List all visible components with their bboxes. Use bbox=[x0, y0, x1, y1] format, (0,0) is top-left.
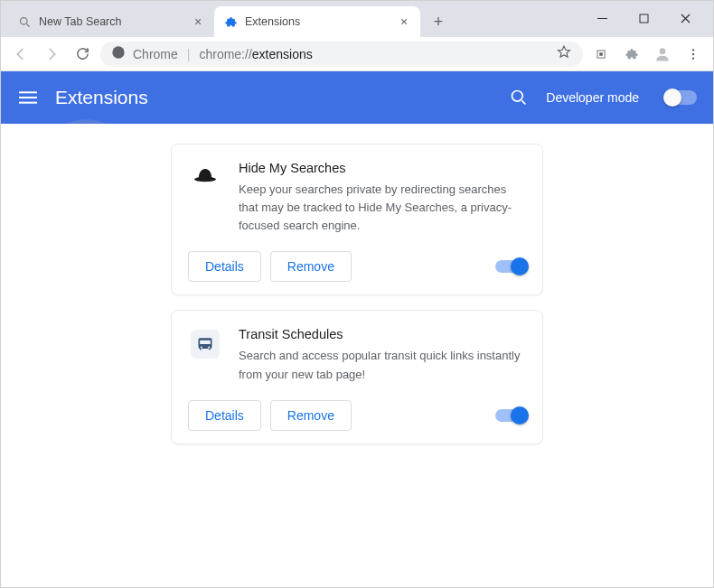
profile-avatar-icon[interactable] bbox=[650, 42, 675, 67]
svg-point-8 bbox=[112, 46, 124, 58]
details-button[interactable]: Details bbox=[188, 400, 261, 431]
extension-indicator-icon[interactable] bbox=[588, 42, 614, 67]
extension-name: Transit Schedules bbox=[239, 327, 526, 341]
details-button[interactable]: Details bbox=[188, 251, 261, 282]
svg-rect-5 bbox=[640, 14, 648, 23]
page-title: Extensions bbox=[55, 87, 492, 108]
tab-extensions[interactable]: Extensions × bbox=[214, 6, 420, 37]
svg-point-18 bbox=[512, 91, 523, 102]
address-separator: | bbox=[185, 47, 193, 61]
site-info-icon[interactable] bbox=[111, 45, 126, 62]
close-button[interactable] bbox=[664, 5, 706, 32]
address-host: Chrome bbox=[133, 47, 178, 61]
remove-button[interactable]: Remove bbox=[270, 251, 352, 282]
extension-puzzle-icon[interactable] bbox=[619, 42, 644, 67]
svg-rect-15 bbox=[19, 91, 37, 93]
window-controls bbox=[581, 5, 706, 32]
toolbar: Chrome | chrome://extensions bbox=[1, 37, 713, 71]
search-icon bbox=[17, 14, 32, 29]
back-button[interactable] bbox=[8, 42, 33, 67]
svg-rect-17 bbox=[19, 102, 37, 104]
svg-point-13 bbox=[692, 52, 694, 54]
extension-card: Hide My Searches Keep your searches priv… bbox=[171, 144, 543, 295]
reload-button[interactable] bbox=[70, 42, 95, 67]
svg-rect-10 bbox=[599, 52, 603, 56]
svg-point-2 bbox=[20, 17, 27, 24]
extension-description: Search and access popular transit quick … bbox=[239, 347, 526, 383]
bookmark-star-icon[interactable] bbox=[556, 44, 572, 63]
close-icon[interactable]: × bbox=[397, 14, 411, 29]
remove-button[interactable]: Remove bbox=[270, 400, 352, 431]
address-scheme: chrome:// bbox=[199, 47, 251, 61]
hamburger-menu-icon[interactable] bbox=[17, 87, 39, 108]
developer-mode-label: Developer mode bbox=[546, 90, 639, 105]
bus-icon bbox=[188, 327, 222, 361]
svg-point-12 bbox=[692, 49, 694, 51]
svg-line-19 bbox=[522, 100, 526, 104]
extension-description: Keep your searches private by redirectin… bbox=[239, 181, 526, 235]
address-path: extensions bbox=[252, 47, 313, 61]
tab-new-tab-search[interactable]: New Tab Search × bbox=[8, 6, 214, 37]
tab-label: New Tab Search bbox=[39, 15, 183, 28]
enable-toggle[interactable] bbox=[495, 409, 526, 422]
enable-toggle[interactable] bbox=[495, 260, 526, 273]
address-bar[interactable]: Chrome | chrome://extensions bbox=[100, 42, 583, 67]
svg-rect-16 bbox=[19, 97, 37, 98]
kebab-menu-icon[interactable] bbox=[681, 42, 706, 67]
svg-line-3 bbox=[26, 23, 29, 26]
close-icon[interactable]: × bbox=[191, 14, 205, 29]
search-icon[interactable] bbox=[508, 87, 530, 108]
forward-button[interactable] bbox=[39, 42, 64, 67]
puzzle-icon bbox=[223, 14, 238, 29]
maximize-button[interactable] bbox=[623, 5, 664, 32]
tab-strip: New Tab Search × Extensions × + bbox=[1, 1, 713, 37]
developer-mode-toggle[interactable] bbox=[664, 90, 697, 105]
incognito-hat-icon bbox=[188, 161, 222, 195]
svg-point-11 bbox=[660, 48, 666, 54]
new-tab-button[interactable]: + bbox=[426, 9, 451, 34]
extension-card: Transit Schedules Search and access popu… bbox=[171, 310, 543, 443]
extension-name: Hide My Searches bbox=[239, 161, 526, 175]
tab-label: Extensions bbox=[245, 15, 390, 28]
extensions-list: Hide My Searches Keep your searches priv… bbox=[1, 124, 713, 587]
minimize-button[interactable] bbox=[581, 5, 623, 32]
extensions-header: Extensions Developer mode bbox=[1, 71, 713, 124]
svg-point-14 bbox=[692, 57, 694, 59]
